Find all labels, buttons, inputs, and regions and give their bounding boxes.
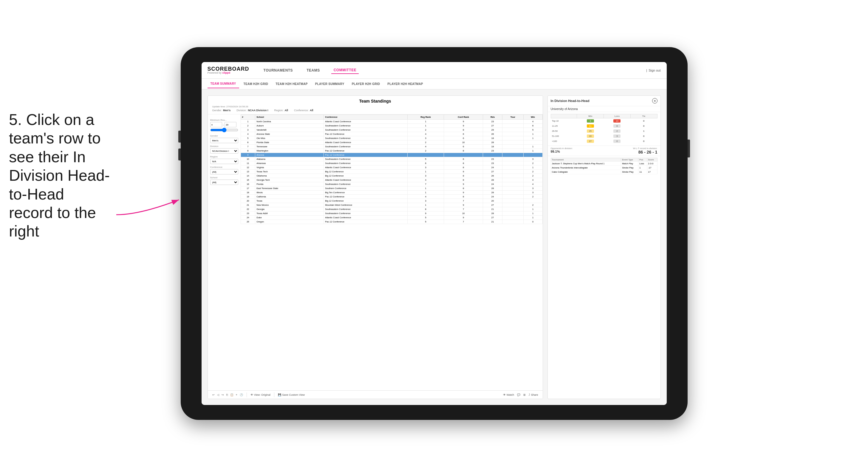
- table-row[interactable]: 14 Oklahoma Big 12 Conference 3 8 26 2: [241, 174, 542, 178]
- table-row[interactable]: 8 Washington Pac-12 Conference 2 8 23 1: [241, 149, 542, 153]
- copy-btn[interactable]: ⎘: [226, 393, 228, 396]
- col-conf-rank: Conf Rank: [444, 115, 483, 120]
- h2h-range-row: >100 27 0 0: [551, 139, 657, 144]
- col-event-type: Event Type: [621, 158, 639, 162]
- add-btn[interactable]: +: [236, 393, 237, 396]
- h2h-title: In Division Head-to-Head: [551, 99, 589, 102]
- bottom-toolbar: ↩ ◁ ↪ ⎘ 📋 + 🕐 👁 View: Original: [208, 391, 543, 399]
- col-pos: Pos: [639, 158, 647, 162]
- tournament-row: Arizona Thunderbirds Intercollegiate Str…: [551, 166, 657, 170]
- tournament-row: Cabo Collegiate Stroke Play 11 17: [551, 170, 657, 174]
- undo-btn[interactable]: ↩: [212, 393, 215, 396]
- standings-table: # School Conference Reg Rank Conf Rank R…: [241, 115, 543, 224]
- share-btn[interactable]: ⤴ Share: [529, 393, 538, 396]
- max-rounds-input[interactable]: [224, 122, 237, 127]
- opponents-pct-label: Opponents in division:: [551, 147, 573, 150]
- nav-committee[interactable]: COMMITTEE: [331, 67, 359, 74]
- h2h-panel: In Division Head-to-Head ✕ University of…: [548, 95, 661, 399]
- table-row[interactable]: 13 Texas Tech Big 12 Conference 1 9 27 2: [241, 170, 542, 174]
- subnav-team-h2h-heatmap[interactable]: TEAM H2H HEATMAP: [273, 80, 310, 88]
- layout-btn[interactable]: ⊞: [523, 393, 526, 396]
- table-row[interactable]: 23 Texas A&M Southeastern Conference 9 1…: [241, 212, 542, 216]
- nav-tournaments[interactable]: TOURNAMENTS: [261, 67, 296, 74]
- table-row[interactable]: 19 California Pac-12 Conference 4 8 24 2: [241, 195, 542, 199]
- sign-out-link[interactable]: Sign out: [649, 69, 660, 72]
- table-row[interactable]: 11 Arkansas Southeastern Conference 6 8 …: [241, 161, 542, 165]
- table-row[interactable]: 7 Tennessee Southeastern Conference 4 6 …: [241, 145, 542, 149]
- h2h-range-section: Win Loss Tie Top 10 3 13 0 11-25 11 8 0 …: [548, 112, 660, 146]
- min-rounds-label: Minimum Rou...: [210, 119, 238, 121]
- logo-title: SCOREBOARD: [208, 66, 249, 71]
- region-select[interactable]: N/A: [210, 159, 238, 164]
- table-row[interactable]: 22 Georgia Southeastern Conference 8 7 2…: [241, 207, 542, 212]
- table-row[interactable]: 20 Texas Big 12 Conference 3 7 20: [241, 199, 542, 203]
- filter-conference: Conference: All: [294, 109, 313, 112]
- h2h-range-row: 11-25 11 8 0: [551, 123, 657, 128]
- sub-navigation: TEAM SUMMARY TEAM H2H GRID TEAM H2H HEAT…: [202, 79, 667, 90]
- outer-background: 5. Click on a team's row to see their In…: [0, 0, 868, 467]
- main-content: Team Standings Update time: 27/03/2024 1…: [202, 90, 667, 405]
- rounds-slider[interactable]: [210, 128, 238, 131]
- record-value: 86 - 26 - 1: [633, 150, 657, 154]
- table-row[interactable]: 18 Illinois Big Ten Conference 1 9 28 3: [241, 191, 542, 195]
- subnav-player-summary[interactable]: PLAYER SUMMARY: [312, 80, 347, 88]
- table-row[interactable]: 4 Arizona State Pac-12 Conference 4 6 26…: [241, 132, 542, 136]
- subnav-player-h2h-grid[interactable]: PLAYER H2H GRID: [349, 80, 383, 88]
- subnav-player-h2h-heatmap[interactable]: PLAYER H2H HEATMAP: [384, 80, 426, 88]
- gender-label: Gender: [210, 134, 238, 137]
- h2h-panel-header: In Division Head-to-Head ✕: [548, 96, 660, 106]
- division-select[interactable]: NCAA Division I NCAA Division II: [210, 148, 238, 154]
- toolbar-sep-2: [274, 393, 274, 397]
- subnav-team-h2h-grid[interactable]: TEAM H2H GRID: [241, 80, 271, 88]
- table-row[interactable]: 3 Vanderbilt Southeastern Conference 2 8…: [241, 128, 542, 132]
- conference-select[interactable]: (All): [210, 169, 238, 175]
- conference-label: Conference: [210, 166, 238, 168]
- redo-btn[interactable]: ↪: [221, 393, 224, 396]
- table-row[interactable]: 6 Florida State Atlantic Coast Conferenc…: [241, 141, 542, 145]
- nav-teams[interactable]: TEAMS: [304, 67, 322, 74]
- table-row[interactable]: 17 East Tennessee State Southern Confere…: [241, 186, 542, 191]
- paste-btn[interactable]: 📋: [230, 393, 234, 396]
- tournament-header-row: Tournament Event Type Pos Score: [551, 158, 657, 162]
- logo: SCOREBOARD Powered by clippd: [208, 66, 249, 74]
- table-row[interactable]: 2 Auburn Southeastern Conference 1 9 27 …: [241, 124, 542, 128]
- min-rounds-input[interactable]: [210, 122, 222, 127]
- h2h-range-row: 51-100 20 3 0: [551, 134, 657, 139]
- min-rounds-range: -: [210, 122, 238, 127]
- h2h-team-name: University of Arizona: [548, 106, 660, 112]
- table-row[interactable]: 9 Arizona Pac-12 Conference: [241, 153, 542, 157]
- table-row[interactable]: 16 Florida Southeastern Conference 7 9 2…: [241, 182, 542, 186]
- table-row[interactable]: 5 Ole Miss Southeastern Conference 3 6 1…: [241, 136, 542, 141]
- opponents-pct-section: Opponents in division: 99.1%: [551, 147, 573, 154]
- school-select[interactable]: (All): [210, 180, 238, 185]
- col-school: School: [255, 115, 324, 120]
- gender-select[interactable]: Men's Women's: [210, 138, 238, 143]
- logo-subtitle: Powered by clippd: [208, 71, 249, 74]
- clock-btn[interactable]: 🕐: [240, 393, 243, 396]
- comment-btn[interactable]: 💬: [517, 393, 520, 396]
- table-row[interactable]: 1 North Carolina Atlantic Coast Conferen…: [241, 120, 542, 124]
- col-tournament: Tournament: [551, 158, 621, 162]
- record-label: W-L-T record in-division:: [633, 147, 657, 150]
- eye-icon: 👁: [250, 393, 253, 396]
- table-row[interactable]: 12 Virginia Atlantic Coast Conference 3 …: [241, 165, 542, 170]
- save-custom-btn[interactable]: 💾 Save Custom View: [278, 393, 305, 396]
- view-original-btn[interactable]: 👁 View: Original: [250, 393, 271, 396]
- table-row[interactable]: 15 Georgia Tech Atlantic Coast Conferenc…: [241, 178, 542, 182]
- school-label: School: [210, 176, 238, 179]
- subnav-team-summary[interactable]: TEAM SUMMARY: [208, 80, 239, 88]
- opponents-row: Opponents in division: 99.1% W-L-T recor…: [548, 146, 660, 156]
- record-section: W-L-T record in-division: 86 - 26 - 1: [633, 147, 657, 154]
- table-row[interactable]: 10 Alabama Southeastern Conference 5 8 2…: [241, 157, 542, 161]
- table-row[interactable]: 24 Duke Atlantic Coast Conference 5 9 27…: [241, 216, 542, 220]
- table-row[interactable]: 25 Oregon Pac-12 Conference 5 7 21 0: [241, 220, 542, 224]
- instruction-text: 5. Click on a team's row to see their In…: [9, 110, 110, 241]
- table-row[interactable]: 21 New Mexico Mountain West Conference 1…: [241, 203, 542, 207]
- step-back-btn[interactable]: ◁: [217, 393, 219, 396]
- table-header-row: # School Conference Reg Rank Conf Rank R…: [241, 115, 542, 120]
- save-icon: 💾: [278, 393, 281, 396]
- watch-btn[interactable]: 👁 Watch: [503, 393, 514, 396]
- tournament-section: Tournament Event Type Pos Score Jackson …: [548, 156, 660, 176]
- h2h-close-btn[interactable]: ✕: [652, 98, 657, 103]
- panel-title: Team Standings: [212, 99, 538, 103]
